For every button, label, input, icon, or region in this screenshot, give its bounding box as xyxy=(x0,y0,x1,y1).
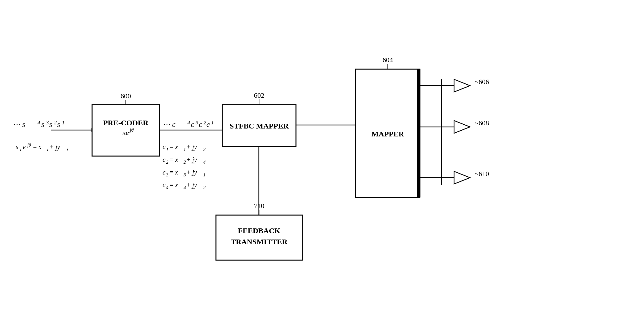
svg-text:4: 4 xyxy=(166,185,169,190)
svg-text:+ jy: + jy xyxy=(186,169,197,176)
svg-text:s: s xyxy=(57,120,60,128)
svg-text:= x: = x xyxy=(169,169,178,176)
svg-text:c: c xyxy=(206,120,210,128)
svg-rect-21 xyxy=(417,69,420,197)
svg-text:3: 3 xyxy=(183,172,186,177)
svg-text:c: c xyxy=(163,169,165,176)
svg-text:+ jy: + jy xyxy=(186,156,197,163)
svg-text:i: i xyxy=(20,147,21,152)
svg-text:~606: ~606 xyxy=(475,78,489,86)
svg-text:~608: ~608 xyxy=(475,119,489,127)
svg-text:⋯ c: ⋯ c xyxy=(163,120,176,128)
svg-text:c: c xyxy=(163,156,165,163)
svg-text:⋯ s: ⋯ s xyxy=(13,120,25,128)
svg-text:STFBC MAPPER: STFBC MAPPER xyxy=(230,122,289,130)
svg-text:1: 1 xyxy=(166,147,169,152)
svg-text:jθ: jθ xyxy=(129,127,134,133)
svg-text:= x: = x xyxy=(169,181,178,188)
svg-text:4: 4 xyxy=(187,120,190,126)
svg-text:2: 2 xyxy=(203,185,206,190)
diagram-container: PRE-CODER xe jθ STFBC MAPPER MAPPER FEED… xyxy=(0,0,644,316)
svg-text:= x: = x xyxy=(169,143,178,150)
svg-text:3: 3 xyxy=(166,172,169,177)
svg-text:MAPPER: MAPPER xyxy=(372,130,404,138)
svg-text:4: 4 xyxy=(184,185,186,190)
svg-text:710: 710 xyxy=(254,202,265,210)
svg-text:i: i xyxy=(67,147,68,152)
svg-marker-16 xyxy=(454,171,470,184)
svg-text:602: 602 xyxy=(254,91,265,99)
svg-text:3: 3 xyxy=(46,120,49,126)
svg-text:TRANSMITTER: TRANSMITTER xyxy=(231,238,288,246)
svg-marker-14 xyxy=(454,121,470,133)
svg-text:c: c xyxy=(191,120,194,128)
svg-text:i: i xyxy=(47,147,48,152)
svg-text:3: 3 xyxy=(195,120,198,126)
svg-text:FEEDBACK: FEEDBACK xyxy=(238,227,280,235)
svg-marker-12 xyxy=(454,79,470,92)
svg-text:604: 604 xyxy=(383,56,393,64)
svg-text:3: 3 xyxy=(203,147,206,152)
svg-text:2: 2 xyxy=(166,160,169,165)
svg-text:xe: xe xyxy=(122,128,129,136)
svg-text:2: 2 xyxy=(204,120,206,126)
svg-text:2: 2 xyxy=(184,160,186,165)
svg-text:s: s xyxy=(16,143,18,150)
svg-text:2: 2 xyxy=(54,120,57,126)
svg-text:PRE-CODER: PRE-CODER xyxy=(103,119,149,127)
svg-text:+ jy: + jy xyxy=(186,181,197,189)
svg-text:= x: = x xyxy=(169,156,178,163)
svg-text:1: 1 xyxy=(184,147,186,152)
svg-text:+ jy: + jy xyxy=(50,143,60,151)
svg-text:jθ: jθ xyxy=(27,142,31,148)
svg-text:1: 1 xyxy=(62,120,65,126)
svg-text:4: 4 xyxy=(37,120,40,126)
svg-text:600: 600 xyxy=(121,92,131,100)
svg-text:e: e xyxy=(23,143,26,150)
svg-text:c: c xyxy=(163,181,165,188)
svg-text:= x: = x xyxy=(33,143,41,150)
svg-text:s: s xyxy=(49,120,52,128)
svg-text:~610: ~610 xyxy=(475,170,489,178)
svg-text:1: 1 xyxy=(203,172,206,177)
svg-text:c: c xyxy=(163,143,165,150)
svg-text:1: 1 xyxy=(211,120,214,126)
svg-text:4: 4 xyxy=(203,160,206,165)
svg-text:s: s xyxy=(41,120,44,128)
svg-text:+ jy: + jy xyxy=(186,143,197,151)
diagram-svg: PRE-CODER xe jθ STFBC MAPPER MAPPER FEED… xyxy=(0,0,644,316)
svg-text:c: c xyxy=(199,120,202,128)
